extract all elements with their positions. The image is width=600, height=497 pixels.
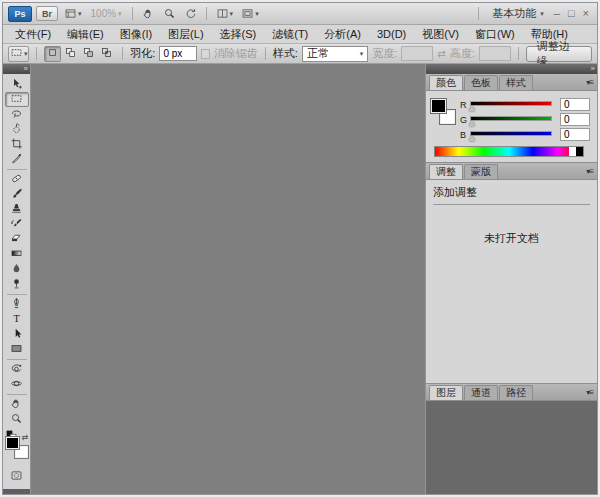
refine-edge-button[interactable]: 调整边缘… (526, 46, 592, 62)
close-button[interactable]: × (583, 8, 589, 19)
slider-track (470, 101, 552, 106)
window-body: Ps Br ▾ 100% ▾ ▾ (2, 2, 598, 495)
divider (206, 7, 207, 20)
zoom-tool-button[interactable] (161, 5, 178, 22)
swap-colors-icon[interactable]: ⇄ (22, 433, 29, 442)
channel-value-input[interactable] (560, 128, 590, 141)
tool-preset-picker[interactable]: ▾ (8, 46, 29, 62)
menu-item[interactable]: 3D(D) (369, 26, 414, 42)
tools-panel: » T ⇄ (3, 64, 31, 494)
channel-value-input[interactable] (560, 98, 590, 111)
new-selection-icon (46, 46, 59, 61)
color-panel-tabs: 颜色色板样式 (429, 75, 533, 90)
foreground-color-swatch[interactable] (6, 437, 19, 449)
style-select[interactable]: 正常 ▾ (302, 46, 368, 62)
menu-item[interactable]: 文件(F) (7, 25, 59, 44)
menu-item[interactable]: 图像(I) (112, 25, 160, 44)
panel-tab[interactable]: 色板 (464, 75, 498, 90)
chevron-down-icon: ▾ (540, 10, 544, 17)
double-chevron-icon: » (24, 64, 27, 73)
panel-tab[interactable]: 蒙版 (464, 164, 498, 179)
slider-thumb[interactable] (469, 136, 475, 141)
quick-mask-icon (10, 468, 23, 486)
menu-item[interactable]: 窗口(W) (467, 25, 523, 44)
workspace-switcher[interactable]: 基本功能 ▾ (488, 5, 548, 22)
intersect-selection-button[interactable] (98, 46, 115, 62)
zoom-tool-icon (10, 411, 23, 429)
arrange-documents-button[interactable]: ▾ (214, 5, 236, 22)
color-slider-row: R (460, 97, 591, 112)
divider (265, 47, 266, 60)
menu-item[interactable]: 图层(L) (160, 25, 211, 44)
spectrum-black-swatch[interactable] (576, 147, 583, 156)
slider-thumb[interactable] (469, 106, 475, 111)
menu-item[interactable]: 滤镜(T) (264, 25, 316, 44)
menu-item[interactable]: 分析(A) (316, 25, 369, 44)
zoom-level-combo[interactable]: 100% ▾ (88, 8, 125, 19)
panel-tab[interactable]: 通道 (464, 385, 498, 400)
panel-menu-icon[interactable]: ▾≡ (586, 167, 597, 179)
layers-panel-tabbar: 图层通道路径 ▾≡ (426, 384, 597, 401)
panel-tab[interactable]: 路径 (499, 385, 533, 400)
dodge-tool[interactable] (5, 277, 29, 292)
adjustments-panel-content: 添加调整 未打开文档 (426, 180, 597, 383)
slider-thumb[interactable] (469, 121, 475, 126)
menu-item[interactable]: 视图(V) (414, 25, 467, 44)
add-selection-icon (64, 46, 77, 61)
divider (132, 7, 133, 20)
eyedropper-tool[interactable] (5, 152, 29, 167)
panel-tab[interactable]: 颜色 (429, 75, 463, 90)
channel-slider[interactable] (470, 130, 552, 140)
minimize-button[interactable]: – (554, 8, 560, 19)
layers-panel-content (426, 401, 597, 494)
feather-input[interactable] (159, 46, 197, 61)
panel-menu-icon[interactable]: ▾≡ (586, 388, 597, 400)
panel-tab[interactable]: 样式 (499, 75, 533, 90)
menu-item[interactable]: 选择(S) (212, 25, 265, 44)
magnifier-icon (163, 7, 176, 20)
tools-panel-collapse[interactable]: » (3, 64, 30, 74)
color-panel-swatches[interactable] (431, 99, 457, 129)
channel-slider[interactable] (470, 115, 552, 125)
no-document-message: 未打开文档 (426, 231, 597, 246)
layers-panel-group: 图层通道路径 ▾≡ (426, 384, 597, 494)
hand-tool-button[interactable] (140, 5, 157, 22)
color-swatch-area: ⇄ (5, 430, 29, 462)
quick-mask-button[interactable] (7, 470, 27, 484)
channel-slider[interactable] (470, 100, 552, 110)
maximize-button[interactable]: □ (568, 8, 575, 19)
dock-collapse[interactable]: » (426, 64, 597, 74)
new-selection-button[interactable] (44, 46, 61, 62)
chevron-down-icon: ▾ (230, 10, 234, 17)
panel-tab[interactable]: 图层 (429, 385, 463, 400)
spectrum-white-swatch[interactable] (569, 147, 576, 156)
channel-value-input[interactable] (560, 113, 590, 126)
subtract-from-selection-button[interactable] (80, 46, 97, 62)
style-label: 样式: (273, 46, 298, 61)
hand-icon (142, 7, 155, 20)
swap-dimensions-icon[interactable]: ⇄ (437, 48, 445, 59)
menu-item[interactable]: 编辑(E) (59, 25, 112, 44)
panel-tab[interactable]: 调整 (429, 164, 463, 179)
double-chevron-icon: » (591, 64, 594, 73)
zoom-tool[interactable] (5, 412, 29, 427)
orbit-3d-tool[interactable] (5, 377, 29, 392)
adjustments-panel-group: 调整蒙版 ▾≡ 添加调整 未打开文档 (426, 163, 597, 384)
color-spectrum-ramp[interactable] (434, 146, 584, 157)
shape-tool[interactable] (5, 342, 29, 357)
shape-tool-icon (10, 341, 23, 359)
view-extras-icon (64, 7, 77, 20)
screen-mode-button[interactable]: ▾ (239, 5, 261, 22)
height-input[interactable] (479, 46, 511, 61)
foreground-color-swatch[interactable] (431, 99, 446, 113)
canvas-area[interactable] (31, 64, 425, 494)
add-to-selection-button[interactable] (62, 46, 79, 62)
antialias-checkbox[interactable] (201, 49, 209, 59)
feather-label: 羽化: (130, 46, 155, 61)
launch-bridge-button[interactable]: Br (36, 6, 58, 21)
adjustments-panel-tabs: 调整蒙版 (429, 164, 498, 179)
rotate-view-button[interactable] (182, 5, 199, 22)
panel-menu-icon[interactable]: ▾≡ (586, 78, 597, 90)
view-extras-button[interactable]: ▾ (62, 5, 84, 22)
width-input[interactable] (401, 46, 433, 61)
